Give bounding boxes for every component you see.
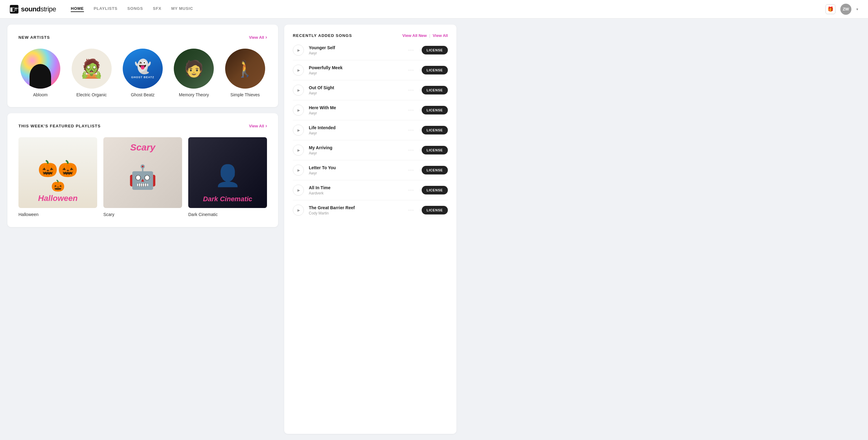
more-options-0[interactable]: ···: [406, 48, 416, 53]
artist-item-electric[interactable]: 🧟 Electric Organic: [69, 49, 113, 97]
playlist-thumb-scary: Scary 🤖: [103, 137, 182, 208]
recently-added-header: RECENTLY ADDED SONGS View All New | View…: [293, 33, 448, 38]
artist-avatar-simple: 🚶: [225, 49, 265, 89]
right-panel: RECENTLY ADDED SONGS View All New | View…: [284, 25, 457, 434]
artist-name-electric: Electric Organic: [76, 92, 107, 97]
play-button-7[interactable]: ▶: [293, 185, 304, 196]
main-content: NEW ARTISTS View All Abloom 🧟 Electric O…: [0, 19, 868, 440]
nav-links: HOME PLAYLISTS SONGS SFX MY MUSIC: [71, 6, 826, 12]
user-dropdown-arrow[interactable]: ▾: [856, 7, 858, 11]
more-options-8[interactable]: ···: [406, 207, 416, 213]
playlist-name-scary: Scary: [103, 212, 115, 217]
playlist-overlay-dark: Dark Cinematic: [188, 195, 267, 203]
play-button-8[interactable]: ▶: [293, 205, 304, 216]
song-info-5: My Arriving Awyr: [309, 145, 401, 155]
play-icon-8: ▶: [298, 208, 300, 212]
playlist-dark[interactable]: 👤 Dark Cinematic Dark Cinematic: [188, 137, 267, 217]
song-info-2: Out Of Sight Awyr: [309, 85, 401, 95]
song-row: ▶ Out Of Sight Awyr ··· LICENSE: [293, 80, 448, 100]
license-button-8[interactable]: LICENSE: [422, 206, 448, 214]
license-button-3[interactable]: LICENSE: [422, 106, 448, 114]
view-all-new-link[interactable]: View All New: [402, 33, 427, 38]
gift-icon[interactable]: 🎁: [826, 4, 835, 14]
artist-avatar-electric: 🧟: [72, 49, 112, 89]
playlist-overlay-halloween: Halloween: [19, 194, 97, 203]
nav-home[interactable]: HOME: [71, 6, 84, 12]
playlist-halloween[interactable]: 🎃🎃 🎃 Halloween Halloween: [19, 137, 97, 217]
new-artists-title: NEW ARTISTS: [19, 35, 50, 40]
song-artist-5: Awyr: [309, 151, 401, 155]
song-info-1: Powerfully Meek Awyr: [309, 65, 401, 76]
nav-songs[interactable]: SONGS: [127, 6, 143, 12]
more-options-5[interactable]: ···: [406, 147, 416, 153]
play-button-2[interactable]: ▶: [293, 85, 304, 96]
license-button-1[interactable]: LICENSE: [422, 66, 448, 75]
song-list: ▶ Younger Self Awyr ··· LICENSE ▶ Powerf…: [293, 40, 448, 434]
song-row: ▶ Letter To You Awyr ··· LICENSE: [293, 160, 448, 180]
playlist-scary[interactable]: Scary 🤖 Scary: [103, 137, 182, 217]
license-button-0[interactable]: LICENSE: [422, 46, 448, 55]
artists-row: Abloom 🧟 Electric Organic 👻 GHOST BEATZ …: [19, 49, 267, 97]
artist-name-abloom: Abloom: [33, 92, 48, 97]
more-options-6[interactable]: ···: [406, 167, 416, 173]
play-button-0[interactable]: ▶: [293, 45, 304, 56]
play-button-5[interactable]: ▶: [293, 145, 304, 156]
more-options-3[interactable]: ···: [406, 107, 416, 113]
song-info-8: The Great Barrier Reef Cody Martin: [309, 205, 401, 215]
artist-name-ghost: Ghost Beatz: [131, 92, 154, 97]
playlists-view-all[interactable]: View All: [249, 123, 267, 128]
artist-item-memory[interactable]: 🧑 Memory Theory: [172, 49, 216, 97]
play-icon-4: ▶: [298, 128, 300, 132]
avatar[interactable]: ZW: [840, 4, 851, 15]
svg-rect-2: [16, 9, 17, 10]
playlist-name-dark: Dark Cinematic: [188, 212, 218, 217]
navbar: soundstripe HOME PLAYLISTS SONGS SFX MY …: [0, 0, 868, 19]
artist-item-simple[interactable]: 🚶 Simple Thieves: [223, 49, 267, 97]
artist-avatar-memory: 🧑: [174, 49, 214, 89]
song-info-6: Letter To You Awyr: [309, 165, 401, 175]
more-options-7[interactable]: ···: [406, 187, 416, 193]
song-row: ▶ Here With Me Awyr ··· LICENSE: [293, 100, 448, 120]
nav-playlists[interactable]: PLAYLISTS: [94, 6, 118, 12]
new-artists-view-all[interactable]: View All: [249, 34, 267, 40]
play-button-4[interactable]: ▶: [293, 125, 304, 136]
playlists-row: 🎃🎃 🎃 Halloween Halloween Scary 🤖 Scary: [19, 137, 267, 217]
artist-item-ghost[interactable]: 👻 GHOST BEATZ Ghost Beatz: [121, 49, 164, 97]
nav-right: 🎁 ZW ▾: [826, 4, 858, 15]
song-artist-3: Awyr: [309, 111, 401, 115]
song-artist-6: Awyr: [309, 171, 401, 175]
license-button-7[interactable]: LICENSE: [422, 186, 448, 195]
playlists-header: THIS WEEK'S FEATURED PLAYLISTS View All: [19, 123, 267, 128]
logo[interactable]: soundstripe: [10, 5, 56, 13]
more-options-4[interactable]: ···: [406, 127, 416, 133]
license-button-5[interactable]: LICENSE: [422, 146, 448, 154]
dark-figure: 👤: [215, 164, 241, 188]
play-icon-2: ▶: [298, 88, 300, 92]
more-options-1[interactable]: ···: [406, 67, 416, 73]
artist-name-memory: Memory Theory: [179, 92, 209, 97]
song-row: ▶ Younger Self Awyr ··· LICENSE: [293, 40, 448, 60]
nav-sfx[interactable]: SFX: [153, 6, 161, 12]
play-icon-7: ▶: [298, 188, 300, 192]
song-title-6: Letter To You: [309, 165, 401, 170]
view-all-link[interactable]: View All: [433, 33, 448, 38]
view-links: View All New | View All: [402, 33, 448, 38]
artist-avatar-ghost: 👻 GHOST BEATZ: [123, 49, 163, 89]
artist-item-abloom[interactable]: Abloom: [19, 49, 62, 97]
play-button-1[interactable]: ▶: [293, 65, 304, 76]
nav-my-music[interactable]: MY MUSIC: [171, 6, 193, 12]
song-artist-1: Awyr: [309, 71, 401, 76]
svg-rect-0: [16, 8, 17, 9]
song-row: ▶ The Great Barrier Reef Cody Martin ···…: [293, 200, 448, 220]
more-options-2[interactable]: ···: [406, 87, 416, 93]
license-button-6[interactable]: LICENSE: [422, 166, 448, 174]
license-button-4[interactable]: LICENSE: [422, 126, 448, 135]
license-button-2[interactable]: LICENSE: [422, 86, 448, 94]
play-icon-1: ▶: [298, 68, 300, 72]
song-title-5: My Arriving: [309, 145, 401, 150]
new-artists-card: NEW ARTISTS View All Abloom 🧟 Electric O…: [7, 25, 278, 107]
play-button-3[interactable]: ▶: [293, 105, 304, 116]
song-title-3: Here With Me: [309, 105, 401, 110]
play-icon-5: ▶: [298, 148, 300, 152]
play-button-6[interactable]: ▶: [293, 165, 304, 176]
